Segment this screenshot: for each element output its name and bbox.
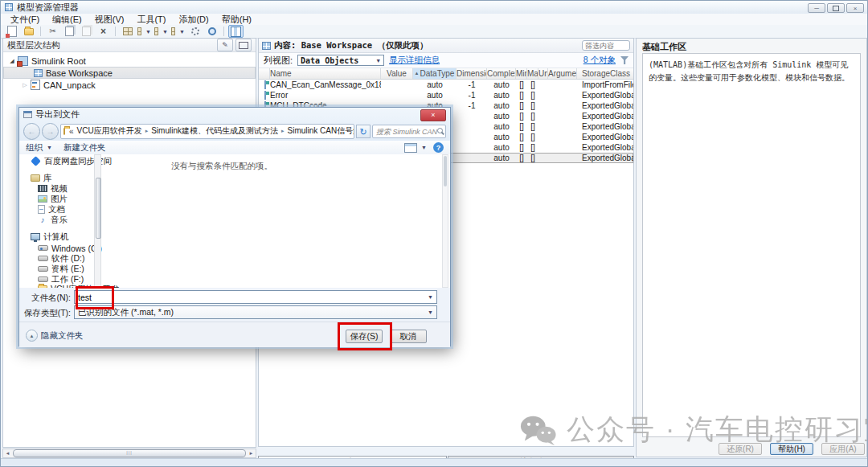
sidebar-scrollbar[interactable]	[94, 154, 101, 288]
menu-add[interactable]: 添加(D)	[172, 14, 215, 26]
savetype-combo[interactable]: 已识别的文件 (*.mat, *.m) ▼	[74, 305, 437, 319]
sidebar-item-videos[interactable]: 视频	[38, 183, 68, 194]
new-folder-button[interactable]: 新建文件夹	[63, 142, 106, 154]
delete-button[interactable]: ×	[96, 25, 111, 38]
sidebar-item-libraries[interactable]: 库	[31, 173, 52, 183]
target-button[interactable]	[204, 25, 219, 38]
filename-input[interactable]	[75, 293, 424, 302]
column-header-min[interactable]: Min	[516, 68, 527, 79]
sidebar-item-drive-c[interactable]: Windows (C:)	[38, 243, 102, 253]
forward-button[interactable]: →	[42, 123, 59, 140]
dialog-close-button[interactable]: ×	[420, 109, 446, 121]
minimize-icon: ─	[814, 5, 819, 12]
column-options-icon	[171, 27, 175, 35]
expander-icon[interactable]: ◢	[8, 58, 16, 64]
music-icon: ♪	[38, 216, 47, 224]
scrollbar-thumb[interactable]	[444, 156, 447, 186]
filter-funnel-icon[interactable]	[620, 56, 628, 64]
scroll-left-icon[interactable]: ◄	[3, 451, 12, 456]
column-header-name[interactable]: Name	[270, 68, 381, 79]
column-header-datatype[interactable]: ▲DataType	[413, 68, 457, 79]
table-row[interactable]: Error auto -1 auto [] [] ExportedGlobal	[259, 90, 633, 100]
paste-icon	[82, 27, 91, 36]
edit-hierarchy-button[interactable]: ✎	[217, 39, 233, 51]
sidebar-item-computer[interactable]: 计算机	[31, 231, 69, 242]
annotation-box-filename	[76, 286, 114, 309]
table-row[interactable]: CAN_Ecan_CanMessage_0x18015182 auto -1 a…	[259, 80, 633, 90]
help-icon[interactable]: ?	[433, 142, 444, 153]
baidu-sync-icon	[31, 156, 41, 166]
filter-contents-input[interactable]	[582, 40, 630, 51]
search-input[interactable]	[375, 126, 439, 138]
scrollbar-thumb[interactable]	[96, 178, 101, 239]
menu-help[interactable]: 帮助(H)	[215, 14, 258, 26]
menu-edit[interactable]: 编辑(E)	[46, 14, 88, 26]
close-button[interactable]: ×	[846, 3, 864, 13]
sidebar-item-music[interactable]: ♪音乐	[38, 215, 68, 225]
model-icon	[31, 80, 40, 90]
copy-button[interactable]	[62, 25, 77, 38]
maximize-button[interactable]	[827, 3, 845, 13]
column-header-complexity[interactable]: Complexity	[487, 68, 516, 79]
copy-icon	[65, 27, 74, 36]
dropdown-icon[interactable]: ▼	[428, 294, 433, 300]
object-count-link[interactable]: 8 个对象	[583, 55, 616, 66]
documents-icon	[38, 205, 45, 214]
toggle-columns-button[interactable]	[228, 25, 244, 38]
expander-icon[interactable]: ▷	[21, 82, 29, 88]
breadcrumb-segment[interactable]: VCU应用软件开发	[77, 125, 142, 137]
column-options-button[interactable]: ▼	[170, 25, 186, 38]
sidebar-item-drive-d[interactable]: 软件 (D:)	[38, 253, 84, 264]
apply-button[interactable]: 应用(A)	[821, 443, 865, 455]
forward-icon: →	[47, 127, 55, 136]
cancel-button[interactable]: 取消	[390, 330, 427, 343]
column-header-value[interactable]: Value	[381, 68, 413, 79]
open-button[interactable]	[21, 25, 36, 38]
new-model-button[interactable]	[4, 25, 19, 38]
horizontal-scrollbar[interactable]: ◄ ||| ►	[2, 449, 256, 458]
show-details-link[interactable]: 显示详细信息	[389, 55, 440, 66]
badge-view-button[interactable]	[235, 39, 252, 51]
sidebar-item-drive-e[interactable]: 资料 (E:)	[38, 264, 84, 274]
scrollbar-thumb[interactable]: |||	[13, 449, 246, 457]
tree-item-simulink-root[interactable]: ◢ Simulink Root	[3, 55, 256, 67]
base-workspace-pane: 基础工作区 (MATLAB)基础工作区包含对所有 Simulink 模型可见的变…	[636, 38, 867, 457]
dropdown-icon[interactable]: ▼	[428, 309, 433, 315]
contents-header: 内容: Base Workspace （仅限此项）	[259, 39, 633, 53]
back-button[interactable]: ←	[23, 123, 40, 140]
help-button[interactable]: 帮助(H)	[770, 443, 813, 455]
scroll-right-icon[interactable]: ►	[247, 451, 256, 456]
column-header-argument[interactable]: Argument	[548, 68, 577, 79]
cut-button[interactable]: ✂	[45, 25, 60, 38]
filename-combo[interactable]: ▼	[74, 290, 437, 304]
file-list-scrollbar[interactable]	[442, 154, 448, 288]
paste-button[interactable]	[79, 25, 94, 38]
change-view-button[interactable]: ▼	[404, 143, 427, 153]
menu-tools[interactable]: 工具(T)	[130, 14, 172, 26]
column-header-unit[interactable]: Unit	[538, 68, 548, 79]
column-header-storageclass[interactable]: StorageClass	[577, 68, 633, 79]
sidebar-item-documents[interactable]: 文档	[38, 204, 65, 215]
column-header-dimensions[interactable]: Dimensions	[457, 68, 487, 79]
tree-item-can-unpack[interactable]: ▷ CAN_unpack	[3, 79, 256, 91]
grid-view-button[interactable]	[120, 25, 135, 38]
column-view-select[interactable]: Data Objects ▼	[297, 55, 384, 66]
search-box[interactable]	[372, 125, 446, 138]
menu-view[interactable]: 视图(V)	[88, 14, 131, 26]
organize-button[interactable]: 组织	[26, 142, 43, 154]
minimize-button[interactable]: ─	[808, 3, 825, 13]
sidebar-item-pictures[interactable]: 图片	[38, 194, 68, 204]
refresh-button[interactable]: ↻	[356, 125, 371, 138]
menu-file[interactable]: 文件(F)	[4, 14, 46, 26]
dropdown-icon: ▼	[421, 145, 427, 150]
breadcrumb-segment[interactable]: Simulink CAN信号解包处理方法	[288, 125, 354, 137]
breadcrumb-segment[interactable]: Simulink建模、代码生成及测试方法	[151, 125, 278, 137]
column-header-max[interactable]: Max	[527, 68, 538, 79]
settings-button[interactable]	[187, 25, 203, 38]
breadcrumb[interactable]: « VCU应用软件开发 ▸ Simulink建模、代码生成及测试方法 ▸ Sim…	[60, 124, 354, 139]
pane-view-button[interactable]: ▼	[137, 25, 152, 38]
hide-folders-button[interactable]: ▲ 隐藏文件夹	[26, 330, 84, 342]
tree-item-base-workspace[interactable]: Base Workspace	[3, 67, 256, 79]
revert-button[interactable]: 还原(R)	[719, 443, 762, 455]
list-view-button[interactable]: ▼	[154, 25, 169, 38]
